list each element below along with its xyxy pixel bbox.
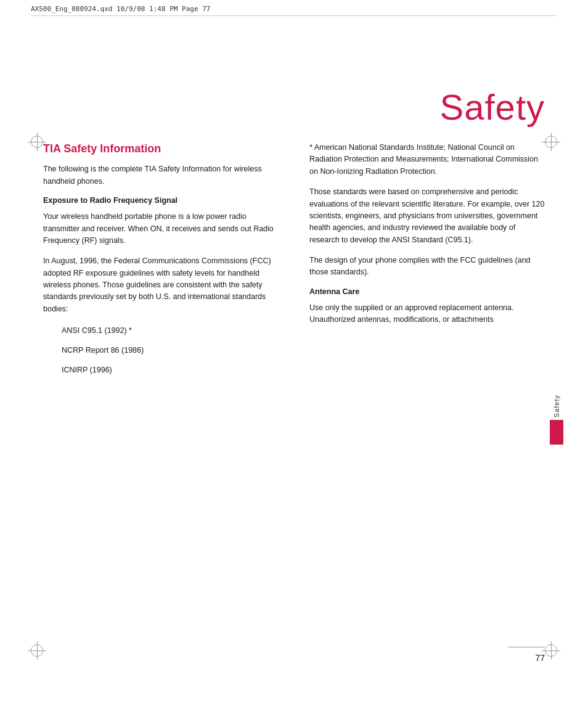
subsection1-heading: Exposure to Radio Frequency Signal [43, 196, 279, 205]
left-para1: Your wireless handheld portable phone is… [43, 211, 279, 247]
right-para4: Use only the supplied or an approved rep… [309, 302, 545, 326]
indent2: NCRP Report 86 (1986) [43, 343, 279, 358]
right-para1: * American National Standards Institute;… [309, 142, 545, 178]
right-column: * American National Standards Institute;… [303, 142, 545, 669]
side-tab: Safety [550, 395, 563, 445]
right-para3: The design of your phone complies with t… [309, 255, 545, 279]
indent3: ICNIRP (1996) [43, 363, 279, 378]
header-bar: AX500_Eng_080924.qxd 10/9/08 1:48 PM Pag… [31, 5, 557, 16]
reg-mark-bottom-left [31, 644, 43, 657]
page-number: 77 [535, 653, 545, 663]
right-para2: Those standards were based on comprehens… [309, 186, 545, 246]
side-tab-bar [550, 420, 563, 445]
indent1: ANSI C95.1 (1992) * [43, 324, 279, 339]
file-info: AX500_Eng_080924.qxd 10/9/08 1:48 PM Pag… [31, 5, 210, 13]
bottom-divider [508, 647, 545, 647]
reg-mark-top-right [545, 136, 557, 148]
side-tab-label: Safety [553, 395, 560, 417]
page-title: Safety [440, 86, 545, 128]
main-columns: TIA Safety Information The following is … [43, 142, 545, 669]
page: AX500_Eng_080924.qxd 10/9/08 1:48 PM Pag… [0, 0, 588, 706]
reg-mark-bottom-right [545, 644, 557, 657]
left-column: TIA Safety Information The following is … [43, 142, 285, 669]
reg-mark-top-left [31, 136, 43, 148]
content-area: Safety TIA Safety Information The follow… [43, 37, 545, 669]
subsection2-heading: Antenna Care [309, 287, 545, 296]
left-para2: In August, 1996, the Federal Communicati… [43, 255, 279, 315]
intro-text: The following is the complete TIA Safety… [43, 163, 279, 187]
section-title: TIA Safety Information [43, 142, 279, 156]
